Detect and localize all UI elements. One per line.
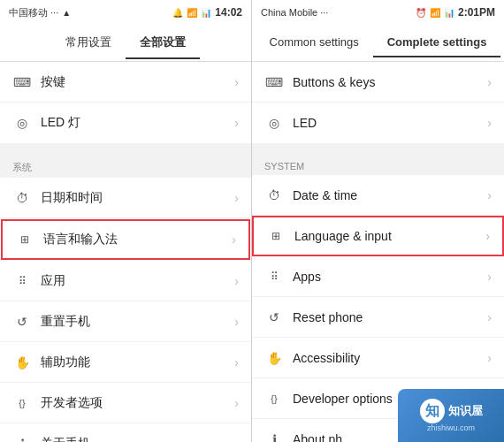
arrow-icon-5: › <box>234 274 239 288</box>
right-phone-panel: China Mobile ··· ⏰ 📶 📊 2:01PM Common set… <box>252 0 504 442</box>
right-time: 2:01PM <box>458 6 495 19</box>
right-accessibility-icon: ✋ <box>264 348 284 368</box>
left-item-about[interactable]: ℹ 关于手机 › <box>0 423 251 442</box>
left-led-label: LED 灯 <box>41 115 231 131</box>
right-nav-tabs: Common settings Complete settings <box>256 28 501 57</box>
right-arrow-6: › <box>487 310 492 324</box>
left-reset-label: 重置手机 <box>41 314 231 330</box>
arrow-icon-9: › <box>234 437 239 442</box>
left-item-language[interactable]: ⊞ 语言和输入法 › <box>1 219 250 260</box>
right-apps-icon: ⠿ <box>264 267 284 286</box>
watermark-name: 知识屋 <box>448 403 483 419</box>
arrow-icon-3: › <box>234 191 239 205</box>
left-tab-common[interactable]: 常用设置 <box>51 27 126 59</box>
right-item-accessibility[interactable]: ✋ Accessibility › <box>252 338 504 378</box>
left-time: 14:02 <box>215 6 242 19</box>
right-arrow-3: › <box>487 188 492 202</box>
right-item-language[interactable]: ⊞ Language & input › <box>252 216 504 256</box>
right-arrow-2: › <box>487 116 492 130</box>
right-item-datetime[interactable]: ⏱ Date & time › <box>252 175 504 216</box>
right-datetime-label: Date & time <box>293 188 484 202</box>
reset-icon-left: ↺ <box>12 312 32 332</box>
right-arrow-7: › <box>487 351 492 365</box>
right-wifi-icon: 📶 <box>430 8 440 18</box>
left-status-icons: 🔔 📶 📊 14:02 <box>172 6 242 19</box>
right-arrow-4: › <box>485 229 490 243</box>
left-item-reset[interactable]: ↺ 重置手机 › <box>0 301 251 342</box>
developer-icon-left: {} <box>12 393 32 413</box>
led-icon: ◎ <box>12 113 32 133</box>
left-buttons-label: 按键 <box>41 74 231 90</box>
right-led-label: LED <box>293 116 484 130</box>
right-led-icon: ◎ <box>264 113 284 133</box>
left-tab-all[interactable]: 全部设置 <box>126 27 200 59</box>
watermark-url: zhishiwu.com <box>427 423 475 432</box>
left-system-group: ⏱ 日期和时间 › ⊞ 语言和输入法 › ⠿ 应用 › ↺ 重置手机 › ✋ 辅 <box>0 178 251 442</box>
right-group-1: ⌨ Buttons & keys › ◎ LED › <box>252 62 504 143</box>
right-language-label: Language & input <box>294 229 482 243</box>
left-nav-bar: 常用设置 全部设置 <box>0 25 251 62</box>
left-item-apps[interactable]: ⠿ 应用 › <box>0 261 251 301</box>
left-system-label: 系统 <box>0 150 251 178</box>
right-nav-bar: Common settings Complete settings <box>252 25 504 62</box>
right-settings-list: ⌨ Buttons & keys › ◎ LED › SYSTEM ⏱ Date… <box>252 62 504 442</box>
right-signal-icon: 📊 <box>444 8 454 18</box>
right-accessibility-label: Accessibility <box>293 351 484 365</box>
right-item-led[interactable]: ◎ LED › <box>252 103 504 143</box>
left-item-accessibility[interactable]: ✋ 辅助功能 › <box>0 342 251 383</box>
right-status-icons: ⏰ 📶 📊 2:01PM <box>416 6 495 19</box>
right-buttons-label: Buttons & keys <box>293 75 484 89</box>
right-clock-icon: ⏱ <box>264 186 284 205</box>
accessibility-icon-left: ✋ <box>12 353 32 372</box>
right-carrier: China Mobile ··· <box>261 7 328 18</box>
arrow-icon-8: › <box>234 396 239 410</box>
arrow-icon-2: › <box>234 116 239 130</box>
left-settings-list: ⌨ 按键 › ◎ LED 灯 › 系统 ⏱ 日期和时间 › ⊞ 语言和输入法 › <box>0 62 251 442</box>
right-alarm-icon: ⏰ <box>416 8 426 18</box>
left-item-datetime[interactable]: ⏱ 日期和时间 › <box>0 178 251 218</box>
right-keyboard-icon: ⌨ <box>264 72 284 92</box>
left-phone-panel: 中国移动 ··· ▲ 🔔 📶 📊 14:02 常用设置 全部设置 ⌨ 按键 › … <box>0 0 252 442</box>
signal-bars-icon: 📊 <box>201 8 211 18</box>
language-icon-left: ⊞ <box>15 230 34 249</box>
left-status-bar: 中国移动 ··· ▲ 🔔 📶 📊 14:02 <box>0 0 251 25</box>
arrow-icon-7: › <box>234 355 239 370</box>
right-arrow-5: › <box>487 270 492 284</box>
right-apps-label: Apps <box>293 270 484 284</box>
right-tab-common[interactable]: Common settings <box>256 28 373 57</box>
right-about-icon: ℹ <box>264 430 284 442</box>
left-datetime-label: 日期和时间 <box>41 190 231 206</box>
keyboard-icon: ⌨ <box>12 72 32 92</box>
left-about-label: 关于手机 <box>41 436 231 442</box>
right-status-bar: China Mobile ··· ⏰ 📶 📊 2:01PM <box>252 0 504 25</box>
right-reset-label: Reset phone <box>293 310 484 324</box>
right-carrier-text: China Mobile ··· <box>261 7 328 18</box>
right-developer-icon: {} <box>264 389 284 408</box>
left-language-label: 语言和输入法 <box>43 232 228 248</box>
left-accessibility-label: 辅助功能 <box>41 354 231 370</box>
signal-icon: ▲ <box>62 8 71 18</box>
right-item-buttons[interactable]: ⌨ Buttons & keys › <box>252 62 504 103</box>
carrier-text: 中国移动 ··· <box>9 6 58 19</box>
watermark-overlay: 知 知识屋 zhishiwu.com <box>398 389 504 442</box>
left-group-1: ⌨ 按键 › ◎ LED 灯 › <box>0 62 251 143</box>
right-language-icon: ⊞ <box>266 226 286 246</box>
left-developer-label: 开发者选项 <box>41 395 231 411</box>
right-item-reset[interactable]: ↺ Reset phone › <box>252 297 504 338</box>
arrow-icon-1: › <box>234 75 239 89</box>
wifi-icon: 📶 <box>187 8 197 18</box>
notification-icon: 🔔 <box>172 8 183 18</box>
about-icon-left: ℹ <box>12 434 32 442</box>
arrow-icon-6: › <box>234 315 239 329</box>
right-arrow-1: › <box>487 75 492 89</box>
left-item-developer[interactable]: {} 开发者选项 › <box>0 383 251 423</box>
right-system-label: SYSTEM <box>252 150 504 175</box>
arrow-icon-4: › <box>232 232 236 247</box>
left-item-led[interactable]: ◎ LED 灯 › <box>0 103 251 143</box>
right-item-apps[interactable]: ⠿ Apps › <box>252 256 504 297</box>
left-nav-tabs: 常用设置 全部设置 <box>51 27 200 59</box>
left-item-buttons[interactable]: ⌨ 按键 › <box>0 62 251 103</box>
left-apps-label: 应用 <box>41 273 231 289</box>
right-tab-all[interactable]: Complete settings <box>373 28 501 57</box>
right-reset-icon: ↺ <box>264 308 284 327</box>
